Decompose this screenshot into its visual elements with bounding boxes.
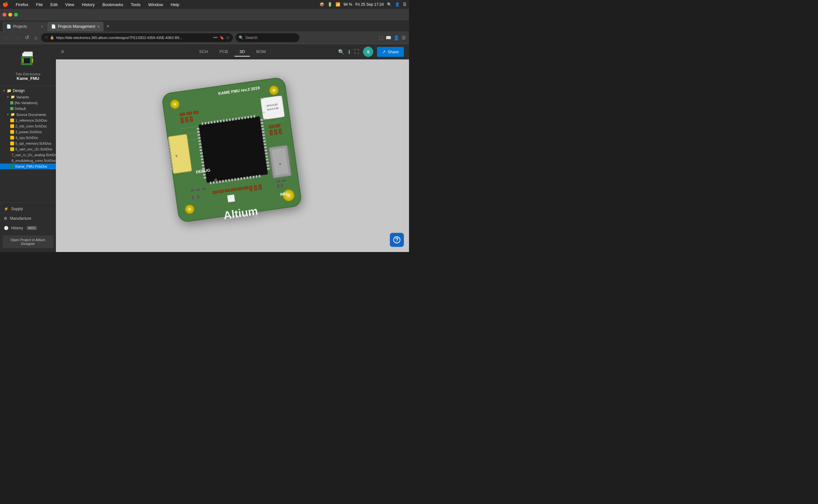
- tab-projects-management[interactable]: 📄 Projects Management ✕: [47, 22, 103, 31]
- maximize-window-button[interactable]: [14, 13, 18, 17]
- svg-rect-156: [270, 163, 271, 165]
- tab-close-1[interactable]: ✕: [41, 25, 43, 28]
- svg-rect-38: [169, 152, 171, 154]
- nav-history[interactable]: 🕐 History BETA: [0, 223, 56, 233]
- tree-file-6[interactable]: 7_can_rc_i2c_analog.SchDoc: [0, 152, 56, 158]
- minimize-window-button[interactable]: [8, 13, 12, 17]
- tree-default-label: Default: [15, 107, 26, 111]
- svg-rect-158: [287, 148, 289, 150]
- tab-pcb[interactable]: PCB: [214, 47, 233, 57]
- chevron-down-icon: ▼: [6, 113, 9, 116]
- tab-projects[interactable]: 📄 Projects ✕: [3, 22, 47, 31]
- menubar-view[interactable]: View: [63, 2, 76, 8]
- beta-badge: BETA: [27, 226, 37, 230]
- reader-mode-icon[interactable]: 📖: [386, 35, 391, 40]
- svg-rect-45: [198, 116, 268, 183]
- view-tabs: SCH PCB 3D BOM: [194, 47, 271, 57]
- tree-file-3[interactable]: 4_cpu.SchDoc: [0, 135, 56, 141]
- svg-rect-148: [227, 195, 235, 202]
- info-icon[interactable]: ℹ: [348, 49, 350, 55]
- hamburger-icon[interactable]: ≡: [61, 49, 64, 55]
- svg-rect-4: [22, 59, 24, 60]
- menubar-help[interactable]: Help: [169, 2, 181, 8]
- open-project-button[interactable]: Open Project in Altium Designer: [3, 235, 53, 248]
- svg-rect-5: [22, 60, 24, 61]
- new-tab-button[interactable]: +: [103, 22, 112, 31]
- fullscreen-icon[interactable]: ⛶: [354, 49, 359, 55]
- search-input[interactable]: 🔍 Search: [235, 33, 299, 42]
- url-more-button[interactable]: •••: [213, 35, 218, 40]
- search-icon[interactable]: 🔍: [338, 49, 344, 55]
- svg-rect-160: [288, 153, 290, 155]
- list-icon[interactable]: ☰: [403, 2, 406, 7]
- svg-rect-35: [168, 143, 170, 145]
- tab-favicon-1: 📄: [6, 24, 11, 29]
- svg-rect-43: [171, 167, 173, 169]
- pcb-file-icon: [10, 164, 14, 168]
- forward-button[interactable]: →: [13, 34, 21, 42]
- tree-file-5[interactable]: 6_uart_esc_i2c.SchDoc: [0, 146, 56, 152]
- svg-rect-128: [180, 113, 185, 116]
- nav-supply[interactable]: ⚡ Supply: [0, 204, 56, 214]
- nav-history-label: History: [11, 226, 23, 230]
- tree-file-1[interactable]: 2_mb_conn.SchDoc: [0, 123, 56, 129]
- tab-bom[interactable]: BOM: [251, 47, 271, 57]
- file-icon: [10, 130, 14, 134]
- bookmark-icon[interactable]: 🔖: [219, 35, 224, 40]
- share-button[interactable]: ↗ Share: [377, 47, 404, 57]
- star-icon[interactable]: ☆: [226, 35, 230, 40]
- svg-rect-157: [270, 166, 272, 167]
- tree-file-7[interactable]: 8_imu&debug_conn.SchDoc: [0, 158, 56, 164]
- profile-icon[interactable]: 👤: [394, 35, 399, 40]
- home-button[interactable]: ⌂: [33, 34, 39, 42]
- svg-rect-147: [258, 184, 262, 189]
- menubar-file[interactable]: File: [34, 2, 45, 8]
- tree-file-2[interactable]: 3_power.SchDoc: [0, 129, 56, 135]
- menubar-edit[interactable]: Edit: [49, 2, 59, 8]
- battery-percent: 94 %: [343, 2, 352, 7]
- tree-no-variations-label: [No Variations]: [15, 101, 37, 105]
- close-window-button[interactable]: [3, 13, 6, 17]
- tree-file-0[interactable]: 1_reference.SchDoc: [0, 118, 56, 123]
- search-icon: 🔍: [239, 35, 243, 40]
- svg-rect-138: [279, 129, 282, 134]
- svg-rect-144: [243, 186, 248, 189]
- menubar-window[interactable]: Window: [146, 2, 165, 8]
- tab-sch[interactable]: SCH: [194, 47, 213, 57]
- file-icon: [10, 118, 14, 122]
- tree-variants[interactable]: ▼ 📁 Variants: [0, 94, 56, 100]
- support-button[interactable]: [390, 233, 404, 247]
- back-button[interactable]: ←: [3, 34, 11, 42]
- tab-3d[interactable]: 3D: [234, 47, 250, 57]
- menubar-bookmarks[interactable]: Bookmarks: [101, 2, 125, 8]
- search-icon[interactable]: 🔍: [387, 2, 392, 7]
- manufacture-icon: ⚙: [4, 216, 7, 221]
- content-area: ≡ SCH PCB 3D BOM 🔍 ℹ ⛶ S ↗ Share: [56, 44, 409, 252]
- menu-icon[interactable]: ☰: [401, 35, 406, 40]
- address-bar: ← → ↺ ⌂ 🛡 🔒 https://tide-electronics.365…: [0, 31, 409, 44]
- tree-file-4[interactable]: 5_spi_memory.SchDoc: [0, 141, 56, 146]
- tree-file-8[interactable]: Kame_FMU.PcbDoc: [0, 164, 56, 169]
- svg-rect-40: [170, 158, 172, 160]
- menubar-history[interactable]: History: [80, 2, 96, 8]
- svg-point-13: [31, 64, 32, 65]
- user-icon[interactable]: 👤: [395, 2, 400, 7]
- sidebar-toggle-icon[interactable]: ⬚: [379, 35, 383, 40]
- tree-source-docs[interactable]: ▼ 📁 Source Documents: [0, 111, 56, 118]
- tab-close-2[interactable]: ✕: [97, 25, 100, 28]
- url-bar[interactable]: 🛡 🔒 https://tide-electronics.365.altium.…: [41, 33, 233, 42]
- user-avatar[interactable]: S: [363, 47, 373, 57]
- svg-rect-141: [225, 189, 230, 192]
- tab-label-1: Projects: [13, 24, 27, 29]
- svg-point-12: [23, 64, 23, 65]
- menubar-tools[interactable]: Tools: [129, 2, 142, 8]
- reload-button[interactable]: ↺: [24, 33, 30, 42]
- tree-no-variations[interactable]: [No Variations]: [0, 100, 56, 106]
- apple-icon[interactable]: 🍎: [3, 2, 9, 7]
- tree-file-label-2: 3_power.SchDoc: [15, 130, 42, 134]
- nav-manufacture[interactable]: ⚙ Manufacture: [0, 214, 56, 223]
- tree-design[interactable]: ▼ 📁 Design: [0, 88, 56, 94]
- share-icon: ↗: [382, 50, 386, 54]
- menubar-firefox[interactable]: Firefox: [14, 2, 30, 8]
- tree-default[interactable]: Default: [0, 106, 56, 111]
